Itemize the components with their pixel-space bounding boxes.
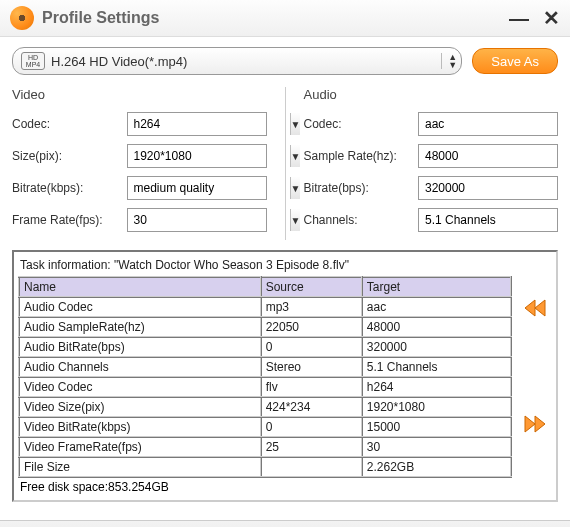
table-cell: Audio BitRate(bps) [19, 337, 261, 357]
audio-bitrate-input[interactable] [419, 181, 570, 195]
profile-name: H.264 HD Video(*.mp4) [51, 54, 441, 69]
titlebar: Profile Settings — ✕ [0, 0, 570, 37]
table-cell: Audio Codec [19, 297, 261, 317]
close-button[interactable]: ✕ [543, 10, 560, 26]
table-cell: 424*234 [261, 397, 362, 417]
table-row: File Size2.262GB [19, 457, 511, 477]
table-cell: aac [362, 297, 511, 317]
video-size-input[interactable] [128, 149, 290, 163]
audio-codec-combo[interactable]: ▼ [418, 112, 558, 136]
audio-channels-input[interactable] [419, 213, 570, 227]
profile-dropdown[interactable]: HD MP4 H.264 HD Video(*.mp4) ▲▼ [12, 47, 462, 75]
table-cell: 0 [261, 337, 362, 357]
video-heading: Video [12, 87, 267, 102]
table-row: Video Size(pix)424*2341920*1080 [19, 397, 511, 417]
chevron-down-icon[interactable]: ▼ [290, 209, 301, 231]
table-cell: Stereo [261, 357, 362, 377]
save-as-button[interactable]: Save As [472, 48, 558, 74]
audio-bitrate-label: Bitrate(bps): [304, 181, 419, 195]
table-cell: 22050 [261, 317, 362, 337]
chevron-down-icon[interactable]: ▼ [290, 177, 301, 199]
table-cell: 320000 [362, 337, 511, 357]
footer: Reset Delete OK Cancel [0, 520, 570, 527]
table-cell: Video BitRate(kbps) [19, 417, 261, 437]
task-table: NameSourceTarget Audio Codecmp3aacAudio … [18, 276, 512, 478]
video-bitrate-label: Bitrate(kbps): [12, 181, 127, 195]
video-bitrate-input[interactable] [128, 181, 290, 195]
video-section: Video Codec: ▼ Size(pix): ▼ Bitrate(kbps… [12, 87, 267, 240]
next-task-button[interactable] [521, 412, 549, 436]
prev-task-button[interactable] [521, 296, 549, 320]
video-size-combo[interactable]: ▼ [127, 144, 267, 168]
table-cell: Audio Channels [19, 357, 261, 377]
table-row: Video FrameRate(fps)2530 [19, 437, 511, 457]
table-cell: 48000 [362, 317, 511, 337]
spinner-arrows-icon[interactable]: ▲▼ [441, 53, 459, 69]
table-cell: 5.1 Channels [362, 357, 511, 377]
table-row: Audio BitRate(bps)0320000 [19, 337, 511, 357]
table-cell: flv [261, 377, 362, 397]
video-framerate-input[interactable] [128, 213, 290, 227]
table-cell: h264 [362, 377, 511, 397]
audio-samplerate-combo[interactable]: ▼ [418, 144, 558, 168]
audio-samplerate-label: Sample Rate(hz): [304, 149, 419, 163]
table-cell: 2.262GB [362, 457, 511, 477]
task-panel: Task information: "Watch Doctor Who Seas… [12, 250, 558, 502]
table-cell: 15000 [362, 417, 511, 437]
format-icon: HD MP4 [21, 52, 45, 70]
table-row: Audio SampleRate(hz)2205048000 [19, 317, 511, 337]
double-arrow-right-icon [521, 412, 549, 436]
double-arrow-left-icon [521, 296, 549, 320]
table-row: Video BitRate(kbps)015000 [19, 417, 511, 437]
chevron-down-icon[interactable]: ▼ [290, 145, 301, 167]
audio-channels-label: Channels: [304, 213, 419, 227]
table-cell: Video FrameRate(fps) [19, 437, 261, 457]
table-cell [261, 457, 362, 477]
video-framerate-combo[interactable]: ▼ [127, 208, 267, 232]
chevron-down-icon[interactable]: ▼ [290, 113, 301, 135]
video-codec-label: Codec: [12, 117, 127, 131]
app-logo-icon [10, 6, 34, 30]
table-row: Audio Codecmp3aac [19, 297, 511, 317]
table-cell: 25 [261, 437, 362, 457]
minimize-button[interactable]: — [509, 10, 529, 26]
table-cell: 1920*1080 [362, 397, 511, 417]
window-title: Profile Settings [42, 9, 509, 27]
audio-channels-combo[interactable]: ▼ [418, 208, 558, 232]
table-cell: File Size [19, 457, 261, 477]
table-row: Video Codecflvh264 [19, 377, 511, 397]
task-info-text: Task information: "Watch Doctor Who Seas… [18, 256, 512, 274]
video-codec-combo[interactable]: ▼ [127, 112, 267, 136]
table-header[interactable]: Source [261, 277, 362, 297]
audio-section: Audio Codec: ▼ Sample Rate(hz): ▼ Bitrat… [304, 87, 559, 240]
table-cell: 0 [261, 417, 362, 437]
video-framerate-label: Frame Rate(fps): [12, 213, 127, 227]
video-bitrate-combo[interactable]: ▼ [127, 176, 267, 200]
video-size-label: Size(pix): [12, 149, 127, 163]
table-row: Audio ChannelsStereo5.1 Channels [19, 357, 511, 377]
audio-codec-input[interactable] [419, 117, 570, 131]
audio-codec-label: Codec: [304, 117, 419, 131]
table-cell: 30 [362, 437, 511, 457]
table-header[interactable]: Name [19, 277, 261, 297]
table-cell: mp3 [261, 297, 362, 317]
audio-samplerate-input[interactable] [419, 149, 570, 163]
audio-bitrate-combo[interactable]: ▼ [418, 176, 558, 200]
table-cell: Video Codec [19, 377, 261, 397]
free-disk-space: Free disk space:853.254GB [18, 478, 512, 496]
divider [285, 87, 286, 240]
table-cell: Video Size(pix) [19, 397, 261, 417]
table-header[interactable]: Target [362, 277, 511, 297]
video-codec-input[interactable] [128, 117, 290, 131]
audio-heading: Audio [304, 87, 559, 102]
table-cell: Audio SampleRate(hz) [19, 317, 261, 337]
